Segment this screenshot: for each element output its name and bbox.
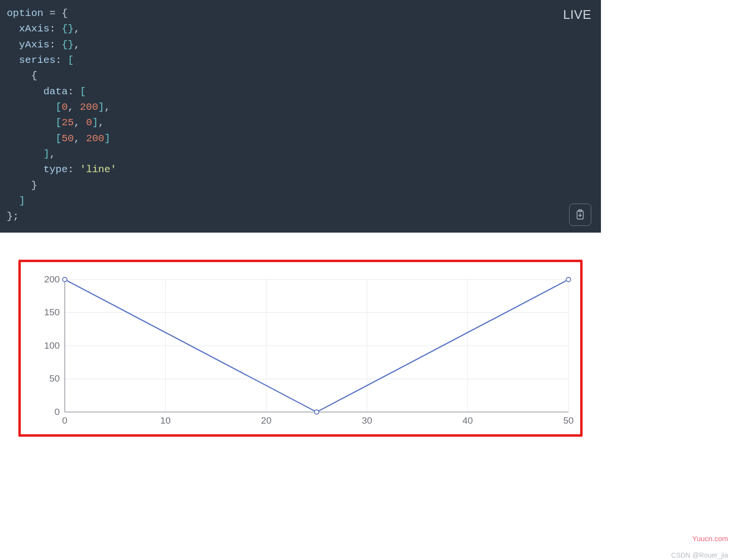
- x-tick-label: 20: [261, 415, 272, 426]
- x-tick-label: 50: [563, 415, 573, 426]
- live-badge: LIVE: [563, 5, 591, 24]
- x-tick-label: 10: [160, 415, 171, 426]
- data-point: [314, 410, 319, 414]
- y-tick-label: 150: [44, 307, 60, 317]
- y-tick-label: 0: [55, 407, 60, 417]
- x-tick-label: 30: [362, 415, 372, 426]
- chart-container: 05010015020001020304050: [18, 260, 583, 437]
- y-tick-label: 100: [44, 340, 60, 351]
- x-tick-label: 0: [62, 415, 68, 426]
- code-block: option = { xAxis: {}, yAxis: {}, series:…: [7, 6, 594, 225]
- code-editor[interactable]: LIVE option = { xAxis: {}, yAxis: {}, se…: [0, 0, 601, 233]
- line-chart: 05010015020001020304050: [28, 275, 573, 429]
- y-tick-label: 50: [49, 373, 60, 383]
- x-tick-label: 40: [463, 415, 473, 426]
- data-point: [62, 277, 67, 281]
- data-point: [566, 277, 570, 281]
- clipboard-icon: [575, 209, 585, 221]
- copy-button[interactable]: [569, 204, 591, 226]
- y-tick-label: 200: [44, 275, 60, 284]
